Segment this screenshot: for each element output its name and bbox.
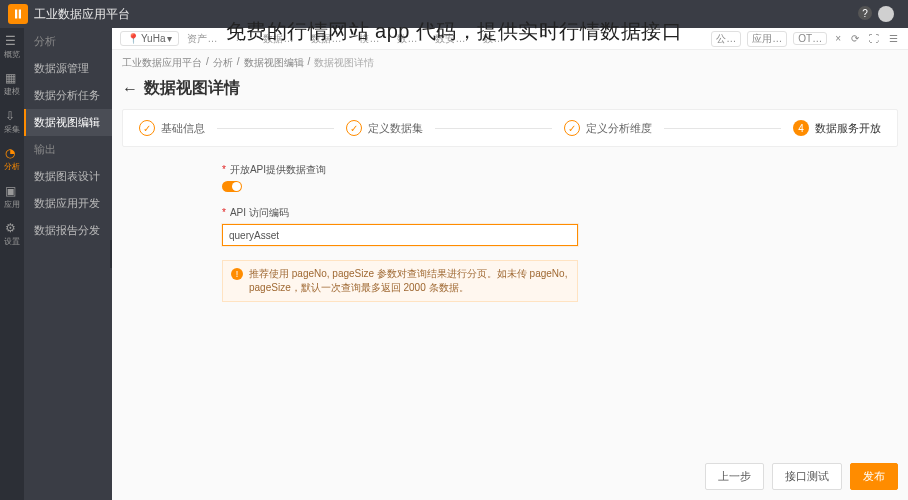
location-icon: 📍 [127,33,139,44]
api-toggle-label: 开放API提供数据查询 [222,163,898,177]
top-strip: 📍 YuHa ▾ 资产… … 数据… 数据… 模… 数… 数安… 数… 公… 应… [112,28,908,50]
top-menu-item[interactable]: … [235,32,245,46]
help-icon[interactable]: ? [858,6,872,20]
step-dataset[interactable]: ✓定义数据集 [346,120,423,136]
menu-icon[interactable]: ☰ [887,33,900,44]
rail-apps[interactable]: ▣应用 [0,178,24,215]
top-menu-item[interactable]: 数… [483,32,503,46]
top-menu-item[interactable]: 数… [397,32,417,46]
location-text: YuHa [141,33,165,44]
save-button[interactable]: 发布 [850,463,898,490]
back-arrow-icon[interactable]: ← [122,80,138,98]
api-code-label: API 访问编码 [222,206,898,220]
rail-settings[interactable]: ⚙设置 [0,215,24,252]
refresh-icon[interactable]: ⟳ [849,33,861,44]
top-ot[interactable]: OT… [793,32,827,45]
api-toggle[interactable] [222,181,242,192]
info-icon: ! [231,268,243,280]
side-nav: 分析 数据源管理 数据分析任务 数据视图编辑 输出 数据图表设计 数据应用开发 … [24,28,112,500]
top-utils[interactable]: 公… [711,31,741,47]
step-dimension[interactable]: ✓定义分析维度 [564,120,652,136]
rail-analyze[interactable]: ◔分析 [0,140,24,177]
chevron-down-icon: ▾ [167,33,172,44]
expand-icon[interactable]: ⛶ [867,33,881,44]
location-picker[interactable]: 📍 YuHa ▾ [120,31,179,46]
side-item-appdev[interactable]: 数据应用开发 [24,190,112,217]
top-menu-item[interactable]: 资产… [187,32,217,46]
side-heading-output: 输出 [24,136,112,163]
top-menu-item[interactable]: 数据… [263,32,293,46]
breadcrumb-item[interactable]: 数据视图编辑 [244,56,304,70]
step-basic[interactable]: ✓基础信息 [139,120,205,136]
side-item-view-edit[interactable]: 数据视图编辑 [24,109,112,136]
top-menu-item[interactable]: 模… [359,32,379,46]
rail-model[interactable]: ▦建模 [0,65,24,102]
form: 开放API提供数据查询 API 访问编码 ! 推荐使用 pageNo, page… [112,147,908,302]
side-item-datasource[interactable]: 数据源管理 [24,55,112,82]
page-title-row: ← 数据视图详情 [112,76,908,109]
main: 📍 YuHa ▾ 资产… … 数据… 数据… 模… 数… 数安… 数… 公… 应… [112,28,908,500]
top-menu-item[interactable]: 数据… [311,32,341,46]
test-api-button[interactable]: 接口测试 [772,463,842,490]
top-apps[interactable]: 应用… [747,31,787,47]
stepper: ✓基础信息 ✓定义数据集 ✓定义分析维度 4数据服务开放 [122,109,898,147]
app-header: 工业数据应用平台 [0,0,908,28]
breadcrumb-current: 数据视图详情 [314,56,374,70]
top-menu-item[interactable]: 数安… [435,32,465,46]
side-heading-analyze: 分析 [24,28,112,55]
icon-rail: ☰概览 ▦建模 ⇩采集 ◔分析 ▣应用 ⚙设置 [0,28,24,500]
step-service[interactable]: 4数据服务开放 [793,120,881,136]
footer-actions: 上一步 接口测试 发布 [705,463,898,490]
side-item-report[interactable]: 数据报告分发 [24,217,112,244]
side-item-chart[interactable]: 数据图表设计 [24,163,112,190]
top-menu: 资产… … 数据… 数据… 模… 数… 数安… 数… [187,32,711,46]
app-title: 工业数据应用平台 [34,6,130,23]
api-code-input[interactable] [222,224,578,246]
breadcrumb-item[interactable]: 工业数据应用平台 [122,56,202,70]
side-item-tasks[interactable]: 数据分析任务 [24,82,112,109]
breadcrumb: 工业数据应用平台/ 分析/ 数据视图编辑/ 数据视图详情 [112,50,908,76]
hint-box: ! 推荐使用 pageNo, pageSize 参数对查询结果进行分页。如未传 … [222,260,578,302]
rail-overview[interactable]: ☰概览 [0,28,24,65]
app-logo [8,4,28,24]
breadcrumb-item[interactable]: 分析 [213,56,233,70]
rail-collect[interactable]: ⇩采集 [0,103,24,140]
avatar[interactable] [878,6,894,22]
page-title: 数据视图详情 [144,78,240,99]
hint-text: 推荐使用 pageNo, pageSize 参数对查询结果进行分页。如未传 pa… [249,267,569,295]
prev-button[interactable]: 上一步 [705,463,764,490]
close-icon[interactable]: × [833,33,843,44]
